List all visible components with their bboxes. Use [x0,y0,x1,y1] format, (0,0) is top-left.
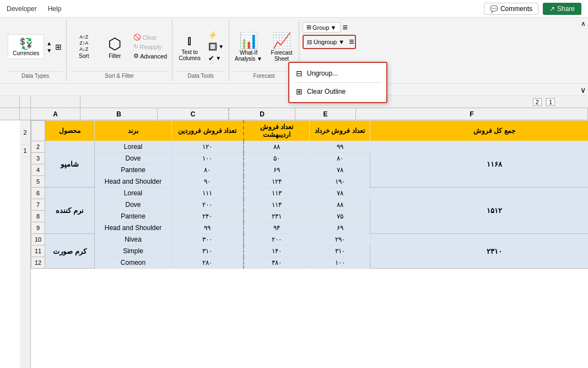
col-e-cell[interactable]: ۷۵ [310,211,370,222]
col-e-cell[interactable]: ۳۱۰ [310,246,370,257]
table-row[interactable]: 6نرم کنندهLoreal۱۱۱۱۱۳۷۸۱۵۱۲ [31,188,589,199]
table-row[interactable]: 2شامپوLoreal۱۲۰۸۸۹۹۱۱۶۸ [31,141,589,153]
col-d-cell[interactable]: ۶۹ [244,164,310,176]
col-c-cell[interactable]: ۲۴۰ [172,211,244,222]
outline-num-1[interactable]: 1 [546,98,555,106]
help-menu[interactable]: Help [48,5,62,13]
scroll-down-icon[interactable]: ▼ [46,47,52,54]
advanced-button[interactable]: ⚙ Advanced [132,52,169,60]
col-e-cell[interactable]: ۲۹۰ [310,234,370,246]
col-e-cell[interactable]: ۱۰۰ [310,257,370,269]
what-if-label: What-IfAnalysis ▼ [235,50,262,62]
brand-cell[interactable]: Loreal [95,188,172,199]
top-bar-actions: 💬 Comments ↗ Share [484,3,581,15]
ribbon-expand-button[interactable]: ∧ [581,20,586,28]
ungroup-icon: ⊟ [307,39,312,46]
col-c-cell[interactable]: ۹۹ [172,222,244,234]
clear-outline-item[interactable]: ⊞ Clear Outline [289,84,386,99]
filter-button[interactable]: ⬡ Filter [101,33,128,61]
ungroup-button[interactable]: ⊟ Ungroup ▼ [305,38,347,47]
col-c-cell[interactable]: ۲۰۰ [172,199,244,211]
col-c-cell[interactable]: ۱۲۰ [172,141,244,153]
reapply-button[interactable]: ↻ Reapply [132,42,169,51]
col-c-cell[interactable]: ۲۸۰ [172,257,244,269]
brand-cell[interactable]: Dove [95,153,172,164]
text-columns-label: Text toColumns [179,49,200,61]
col-c-header: C [158,108,229,120]
total-cell[interactable]: ۱۱۶۸ [370,141,589,188]
col-c-cell[interactable]: ۳۱۰ [172,246,244,257]
col-d-cell[interactable]: ۹۴ [244,222,310,234]
outline-num-2[interactable]: 2 [533,98,542,106]
currencies-button[interactable]: 💱 Currencies [8,34,44,59]
col-d-cell[interactable]: ۲۳۱ [244,211,310,222]
sort-az-icon: A↑Z [79,34,88,40]
product-cell[interactable]: کرم صورت [45,234,95,269]
brand-cell[interactable]: Pantene [95,164,172,176]
col-d-cell[interactable]: ۱۴۰ [244,246,310,257]
table-row[interactable]: 10کرم صورتNivea۳۰۰۲۰۰۲۹۰۲۳۱۰ [31,234,589,246]
show-detail-right[interactable]: ≡ [343,23,348,33]
flash-fill-button[interactable]: ⚡ [207,30,225,40]
group-button[interactable]: ⊞ Group ▼ [303,22,340,33]
data-table: محصول برند تعداد فروش فروردین تعداد فروش… [31,120,588,269]
ungroup-popup-item[interactable]: ⊟ Ungroup... [289,66,386,81]
col-e-cell[interactable]: ۷۸ [310,164,370,176]
product-cell[interactable]: شامپو [45,141,95,188]
col-d-cell[interactable]: ۲۰۰ [244,234,310,246]
row-num-cell: 10 [31,234,45,246]
header-col-e: تعداد فروش خرداد [310,121,370,141]
brand-cell[interactable]: Dove [95,199,172,211]
brand-cell[interactable]: Nivea [95,234,172,246]
brand-cell[interactable]: Loreal [95,141,172,153]
brand-cell[interactable]: Pantene [95,211,172,222]
brand-cell[interactable]: Head and Shoulder [95,222,172,234]
col-c-cell[interactable]: ۹۰ [172,176,244,188]
row-outline-1[interactable]: 1 [20,145,30,157]
data-types-content: 💱 Currencies ▲ ▼ ⊞ [8,22,63,71]
col-c-cell[interactable]: ۳۰۰ [172,234,244,246]
col-e-cell[interactable]: ۹۹ [310,141,370,153]
text-to-columns-button[interactable]: ⫾ Text toColumns [176,30,203,63]
what-if-icon: 📊 [239,31,258,50]
data-types-more-button[interactable]: ⊞ [54,41,63,52]
col-c-cell[interactable]: ۸۰ [172,164,244,176]
data-tools-side: ⚡ 🔲 ▼ ✔ ▼ [207,30,225,63]
product-cell[interactable]: نرم کننده [45,188,95,234]
row-outline-2[interactable]: 2 [20,120,30,145]
col-d-cell[interactable]: ۳۸۰ [244,257,310,269]
sort-label: Sort [79,53,89,59]
brand-cell[interactable]: Head and Shoulder [95,176,172,188]
scroll-up-icon[interactable]: ▲ [46,40,52,46]
sort-button[interactable]: A↑Z Z↑A A↓Z Sort [70,32,98,61]
col-e-cell[interactable]: ۸۸ [310,199,370,211]
col-d-cell[interactable]: ۱۱۴ [244,199,310,211]
col-e-cell[interactable]: ۷۸ [310,188,370,199]
clear-button[interactable]: 🚫 Clear [132,33,169,41]
col-e-cell[interactable]: ۱۹۰ [310,176,370,188]
col-d-cell[interactable]: ۱۲۴ [244,176,310,188]
group-row: ⊞ Group ▼ ≡ [303,22,356,33]
data-types-group: 💱 Currencies ▲ ▼ ⊞ Data Types [4,20,67,81]
col-d-cell[interactable]: ۸۸ [244,141,310,153]
expand-arrow[interactable]: ∨ [580,86,586,94]
remove-dupes-button[interactable]: 🔲 ▼ [207,42,225,51]
col-c-cell[interactable]: ۱۰۰ [172,153,244,164]
share-button[interactable]: ↗ Share [543,3,581,15]
total-cell[interactable]: ۱۵۱۲ [370,188,589,234]
data-tools-content: ⫾ Text toColumns ⚡ 🔲 ▼ ✔ ▼ [176,22,225,71]
show-detail-left[interactable]: ≡ [349,37,354,47]
col-d-cell[interactable]: ۵۰ [244,153,310,164]
total-cell[interactable]: ۲۳۱۰ [370,234,589,269]
brand-cell[interactable]: Simple [95,246,172,257]
what-if-analysis-button[interactable]: 📊 What-IfAnalysis ▼ [233,29,265,64]
data-validation-button[interactable]: ✔ ▼ [207,54,225,63]
col-c-cell[interactable]: ۱۱۱ [172,188,244,199]
col-e-cell[interactable]: ۶۹ [310,222,370,234]
developer-menu[interactable]: Developer [7,5,37,13]
comments-button[interactable]: 💬 Comments [484,3,538,15]
col-e-cell[interactable]: ۸۰ [310,153,370,164]
brand-cell[interactable]: Comeon [95,257,172,269]
col-d-cell[interactable]: ۱۱۳ [244,188,310,199]
forecast-sheet-button[interactable]: 📈 ForecastSheet [268,29,295,64]
